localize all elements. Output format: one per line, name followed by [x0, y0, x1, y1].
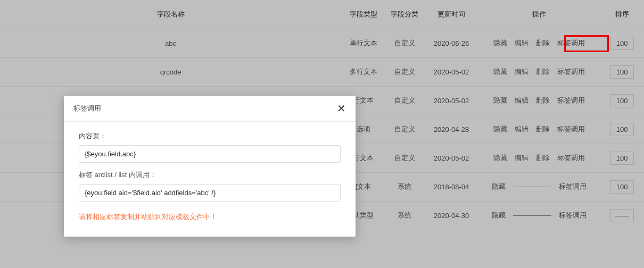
modal-body: 内容页： 标签 arclist / list 内调用： 请将相应标签复制并粘贴到… [64, 122, 356, 237]
input-content-tag[interactable] [79, 145, 341, 163]
label-content-page: 内容页： [79, 131, 341, 141]
input-arclist-tag[interactable] [79, 184, 341, 202]
modal-title: 标签调用 [73, 104, 101, 113]
close-icon[interactable]: ✕ [337, 103, 346, 114]
label-arclist: 标签 arclist / list 内调用： [79, 170, 341, 180]
modal-header: 标签调用 ✕ [64, 96, 356, 122]
tag-modal: 标签调用 ✕ 内容页： 标签 arclist / list 内调用： 请将相应标… [64, 96, 356, 237]
hint-text: 请将相应标签复制并粘贴到对应模板文件中！ [79, 212, 341, 222]
